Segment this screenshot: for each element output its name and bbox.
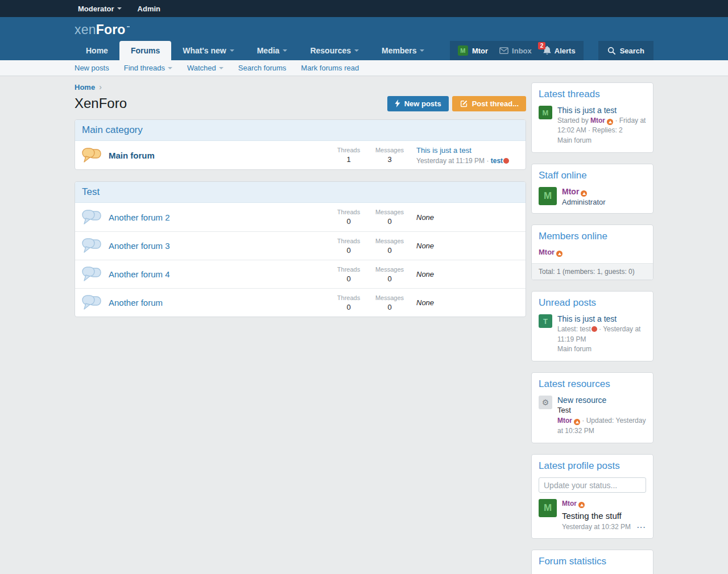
forum-read-icon: [82, 210, 101, 225]
messages-stat: Messages0: [369, 209, 410, 226]
block-title[interactable]: Latest resources: [539, 378, 646, 390]
admin-link[interactable]: Admin: [138, 5, 160, 13]
alerts-label: Alerts: [555, 47, 576, 55]
logo-trademark: [127, 26, 130, 27]
moderator-menu[interactable]: Moderator: [78, 5, 122, 13]
threads-stat: Threads0: [328, 294, 369, 311]
thread-link[interactable]: This is just a test: [557, 314, 646, 323]
xenforo-logo[interactable]: xenForo: [75, 17, 130, 38]
profile-post-text: Testing the stuff: [562, 511, 646, 521]
search-label: Search: [620, 47, 644, 55]
subnav-search-forums[interactable]: Search forums: [238, 64, 287, 72]
resource-subtitle: Test: [557, 406, 646, 414]
post-thread-button[interactable]: Post thread...: [452, 96, 526, 111]
page-actions: New posts Post thread...: [387, 96, 526, 111]
staff-badge-icon: [581, 190, 587, 197]
forum-title: Another forum 4: [109, 269, 328, 279]
chevron-down-icon: [117, 7, 122, 10]
list-item: ⚙ New resource Test Mtor · Updated: Yest…: [539, 396, 646, 436]
forum-row: Another forum 4 Threads0 Messages0 None: [75, 260, 526, 288]
tab-home[interactable]: Home: [75, 41, 119, 60]
page-title: XenForo: [75, 95, 127, 111]
mini-avatar-icon: [592, 326, 597, 332]
forum-name: Main forum: [557, 344, 646, 354]
breadcrumb-home[interactable]: Home: [75, 83, 95, 91]
search-button[interactable]: Search: [598, 41, 653, 60]
staff-badge-icon: [574, 419, 580, 425]
user-link[interactable]: Mtor: [562, 500, 577, 508]
alerts-count-badge: 2: [538, 42, 546, 49]
category-title[interactable]: Main category: [75, 120, 526, 141]
account-menu[interactable]: M Mtor: [458, 45, 488, 56]
tab-media[interactable]: Media: [246, 41, 299, 60]
block-title: Forum statistics: [539, 556, 646, 567]
block-title[interactable]: Staff online: [539, 170, 646, 181]
inbox-label: Inbox: [512, 47, 532, 55]
inbox-button[interactable]: Inbox: [499, 47, 532, 55]
lightning-icon: [395, 99, 400, 107]
sidebar: Latest threads M This is just a test Sta…: [531, 82, 653, 574]
user-link[interactable]: Mtor: [539, 248, 555, 256]
new-posts-button[interactable]: New posts: [387, 96, 449, 111]
user-nav-group: M Mtor Inbox 2 Alerts: [450, 41, 584, 60]
page: Moderator Admin xenForo Home Forums What…: [0, 0, 728, 574]
user-link[interactable]: Mtor: [562, 187, 579, 196]
latest-profile-posts-block: Latest profile posts M Mtor Testing the …: [531, 454, 653, 538]
thread-link[interactable]: This is just a test: [557, 106, 646, 115]
block-title[interactable]: Unread posts: [539, 297, 646, 309]
latest-post-meta: None: [416, 242, 519, 250]
chevron-down-icon: [354, 49, 359, 52]
avatar[interactable]: T: [539, 314, 552, 328]
subnav-find-threads[interactable]: Find threads: [124, 64, 172, 72]
forum-unread-icon: [82, 148, 101, 163]
block-title[interactable]: Latest threads: [539, 89, 646, 100]
forum-title: Main forum: [109, 151, 328, 160]
admin-bar: Moderator Admin: [0, 0, 728, 17]
chevron-down-icon: [230, 49, 234, 52]
staff-badge-icon: [578, 502, 585, 508]
latest-post-meta: None: [416, 298, 519, 307]
status-input[interactable]: [539, 477, 646, 493]
members-total: Total: 1 (members: 1, guests: 0): [532, 263, 653, 280]
search-icon: [607, 47, 616, 55]
subnav-watched[interactable]: Watched: [187, 64, 224, 72]
username-label: Mtor: [472, 47, 488, 55]
tab-forums[interactable]: Forums: [119, 41, 171, 60]
avatar[interactable]: M: [539, 106, 552, 119]
forum-title: Another forum 3: [109, 241, 328, 251]
staff-badge-icon: [607, 119, 613, 125]
main-column: Home › XenForo New posts Post thread...: [75, 82, 526, 317]
more-menu-icon[interactable]: ···: [637, 523, 646, 531]
forum-statistics-block: Forum statistics Threads: 1 Messages: 3 …: [531, 550, 653, 574]
forum-title: Another forum: [109, 298, 328, 307]
resource-link[interactable]: New resource: [557, 396, 646, 405]
forum-row: Another forum 3 Threads0 Messages0 None: [75, 231, 526, 260]
threads-stat: Threads0: [328, 238, 369, 255]
envelope-icon: [499, 47, 508, 54]
tab-whats-new[interactable]: What's new: [171, 41, 245, 60]
user-link[interactable]: Mtor: [590, 117, 605, 124]
category-main-category: Main category Main forum Threads 1 Messa…: [75, 119, 526, 170]
messages-stat: Messages0: [369, 266, 410, 283]
tab-members[interactable]: Members: [370, 41, 436, 60]
chevron-down-icon: [283, 49, 287, 52]
tab-resources[interactable]: Resources: [299, 41, 370, 60]
avatar[interactable]: M: [539, 187, 557, 205]
subnav-new-posts[interactable]: New posts: [75, 64, 109, 72]
subnav-mark-forums-read[interactable]: Mark forums read: [301, 64, 359, 72]
block-title[interactable]: Members online: [539, 231, 646, 242]
avatar[interactable]: M: [539, 499, 557, 517]
block-title[interactable]: Latest profile posts: [539, 460, 646, 472]
messages-stat: Messages0: [369, 238, 410, 255]
latest-thread-link[interactable]: This is just a test: [416, 146, 519, 155]
user-role: Administrator: [562, 198, 646, 206]
header: xenForo Home Forums What's new Media Res…: [0, 17, 728, 60]
forum-read-icon: [82, 238, 101, 253]
category-title[interactable]: Test: [75, 182, 526, 203]
profile-post-time: Yesterday at 10:32 PM: [562, 523, 631, 531]
latest-user-link[interactable]: test: [491, 157, 503, 165]
mini-avatar-icon: [503, 158, 509, 164]
alerts-button[interactable]: 2 Alerts: [543, 46, 576, 55]
user-link[interactable]: Mtor: [557, 417, 572, 425]
user-link[interactable]: test: [580, 325, 590, 333]
